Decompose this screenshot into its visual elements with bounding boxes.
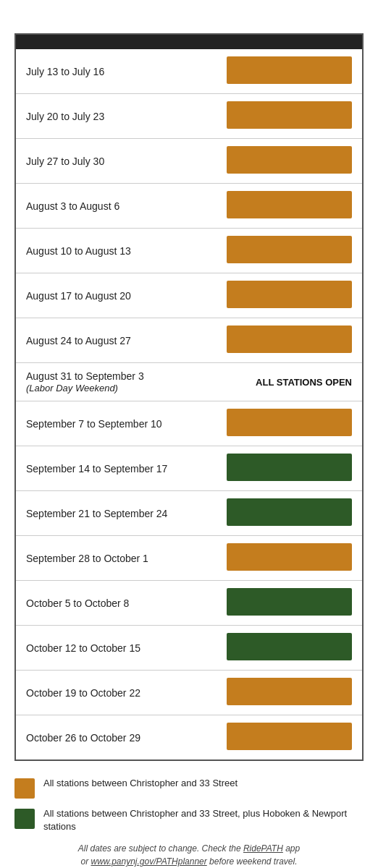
color-block-orange bbox=[227, 678, 352, 705]
legend-text-1: All stations between Christopher and 33 … bbox=[43, 807, 364, 833]
color-block-orange bbox=[227, 191, 352, 218]
color-block-orange bbox=[227, 281, 352, 308]
weekend-cell: August 17 to August 20 bbox=[16, 273, 217, 318]
color-block-orange bbox=[227, 723, 352, 750]
color-block-dark-green bbox=[227, 454, 352, 481]
table-row: August 3 to August 6 bbox=[16, 184, 362, 229]
table-row: August 24 to August 27 bbox=[16, 318, 362, 363]
weekend-cell: October 26 to October 29 bbox=[16, 715, 217, 760]
table-row: July 13 to July 16 bbox=[16, 49, 362, 94]
header-weekend bbox=[16, 35, 217, 49]
weekend-cell: September 7 to September 10 bbox=[16, 401, 217, 446]
table-row: October 5 to October 8 bbox=[16, 581, 362, 626]
table-row: July 27 to July 30 bbox=[16, 139, 362, 184]
table-row: August 10 to August 13 bbox=[16, 229, 362, 273]
stations-cell bbox=[217, 49, 362, 94]
ridepath-link: RidePATH bbox=[243, 843, 283, 854]
weekend-cell: October 12 to October 15 bbox=[16, 626, 217, 671]
weekend-cell: August 10 to August 13 bbox=[16, 229, 217, 273]
color-block-orange bbox=[227, 146, 352, 174]
color-block-dark-green bbox=[227, 588, 352, 616]
stations-cell bbox=[217, 273, 362, 318]
legend-color-dark-green bbox=[14, 809, 35, 829]
stations-cell bbox=[217, 671, 362, 715]
weekend-cell: October 19 to October 22 bbox=[16, 671, 217, 715]
table-row: August 17 to August 20 bbox=[16, 273, 362, 318]
legend-item-1: All stations between Christopher and 33 … bbox=[14, 807, 364, 833]
color-block-orange bbox=[227, 236, 352, 263]
footer-note: All dates are subject to change. Check t… bbox=[14, 842, 364, 868]
legend-text-0: All stations between Christopher and 33 … bbox=[43, 777, 238, 790]
weekend-cell: August 24 to August 27 bbox=[16, 318, 217, 363]
stations-cell bbox=[217, 139, 362, 184]
page-title bbox=[0, 0, 378, 33]
stations-cell bbox=[217, 94, 362, 139]
weekend-cell: October 5 to October 8 bbox=[16, 581, 217, 626]
color-block-dark-green bbox=[227, 498, 352, 526]
weekend-cell: August 31 to September 3(Labor Day Weeke… bbox=[16, 363, 217, 401]
table-row: October 19 to October 22 bbox=[16, 671, 362, 715]
weekend-cell: September 21 to September 24 bbox=[16, 491, 217, 536]
legend-color-orange bbox=[14, 778, 35, 799]
table-row: September 28 to October 1 bbox=[16, 536, 362, 581]
stations-cell bbox=[217, 318, 362, 363]
table-row: September 21 to September 24 bbox=[16, 491, 362, 536]
stations-cell bbox=[217, 229, 362, 273]
stations-cell bbox=[217, 446, 362, 491]
table-header bbox=[16, 35, 362, 49]
table-row: September 7 to September 10 bbox=[16, 401, 362, 446]
color-block-dark-green bbox=[227, 633, 352, 660]
weekend-cell: July 13 to July 16 bbox=[16, 49, 217, 94]
color-block-orange bbox=[227, 56, 352, 84]
weekend-cell: July 20 to July 23 bbox=[16, 94, 217, 139]
table-row: September 14 to September 17 bbox=[16, 446, 362, 491]
table-row: August 31 to September 3(Labor Day Weeke… bbox=[16, 363, 362, 401]
stations-cell bbox=[217, 581, 362, 626]
table-row: October 12 to October 15 bbox=[16, 626, 362, 671]
url-link[interactable]: www.panynj.gov/PATHplanner bbox=[91, 856, 206, 867]
stations-cell bbox=[217, 491, 362, 536]
table-row: July 20 to July 23 bbox=[16, 94, 362, 139]
legend: All stations between Christopher and 33 … bbox=[14, 777, 364, 833]
stations-cell: ALL STATIONS OPEN bbox=[217, 363, 362, 401]
color-block-orange bbox=[227, 409, 352, 436]
stations-cell bbox=[217, 536, 362, 581]
stations-cell bbox=[217, 184, 362, 229]
color-block-orange bbox=[227, 101, 352, 129]
weekend-cell: September 14 to September 17 bbox=[16, 446, 217, 491]
weekend-cell: August 3 to August 6 bbox=[16, 184, 217, 229]
header-stations bbox=[217, 35, 362, 49]
table-row: October 26 to October 29 bbox=[16, 715, 362, 760]
legend-item-0: All stations between Christopher and 33 … bbox=[14, 777, 364, 799]
weekend-cell: September 28 to October 1 bbox=[16, 536, 217, 581]
stations-cell bbox=[217, 715, 362, 760]
weekend-cell: July 27 to July 30 bbox=[16, 139, 217, 184]
stations-cell bbox=[217, 626, 362, 671]
color-block-orange bbox=[227, 543, 352, 571]
stations-cell bbox=[217, 401, 362, 446]
color-block-orange bbox=[227, 326, 352, 353]
